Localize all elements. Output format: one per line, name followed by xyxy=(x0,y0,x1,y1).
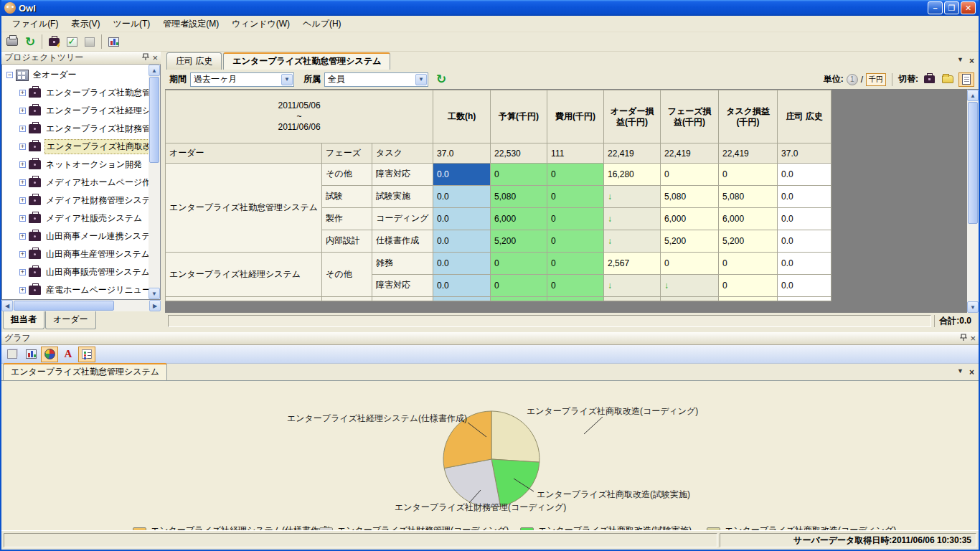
tree-root-all-orders[interactable]: −全オーダー xyxy=(2,66,149,84)
tree-item[interactable]: +メディア社販売システム xyxy=(2,209,149,227)
restore-button[interactable]: ❐ xyxy=(944,1,959,14)
tree-horizontal-scrollbar[interactable]: ◀ ▶ xyxy=(1,300,161,311)
expand-box-icon[interactable]: + xyxy=(19,197,26,204)
period-select[interactable]: 過去一ヶ月 ▼ xyxy=(190,72,294,87)
tab-close-icon[interactable]: × xyxy=(969,56,974,66)
grid-data-row[interactable]: エンタープライズ社勤怠管理システムその他障害対応0.00016,280000.0 xyxy=(166,164,831,186)
hours-cell[interactable]: 0.0 xyxy=(433,186,491,208)
expand-box-icon[interactable]: + xyxy=(19,90,26,96)
belong-select[interactable]: 全員 ▼ xyxy=(324,72,428,87)
reload-icon[interactable]: ↻ xyxy=(436,72,446,87)
expand-box-icon[interactable]: + xyxy=(19,233,26,240)
budget-cell[interactable]: 5,200 xyxy=(491,230,547,253)
close-panel-icon[interactable]: × xyxy=(970,335,976,342)
person-cell[interactable]: 0.0 xyxy=(778,275,831,297)
column-header[interactable]: 工数(h) xyxy=(433,90,491,143)
order-pl-cell[interactable]: ↓ xyxy=(604,186,661,208)
tab-list-dropdown-icon[interactable]: ▼ xyxy=(957,56,963,66)
tree-item[interactable]: +産電ホームページリニューアル xyxy=(2,281,149,299)
expand-box-icon[interactable]: + xyxy=(19,179,26,186)
cost-cell[interactable]: 0 xyxy=(547,186,604,208)
task-cell[interactable]: 試験実施 xyxy=(372,186,433,208)
phase-pl-cell[interactable]: ↓ xyxy=(661,275,719,297)
tree-item[interactable]: +メディア社ホームページ作成 xyxy=(2,174,149,192)
hours-cell[interactable]: 0.0 xyxy=(433,275,491,297)
bar-chart-button[interactable] xyxy=(22,347,39,362)
column-header[interactable]: 庄司 広史 xyxy=(778,90,831,143)
tree-item[interactable]: +メディア社財務管理システム xyxy=(2,192,149,209)
task-cell[interactable]: 雑務 xyxy=(372,253,433,275)
expand-box-icon[interactable]: + xyxy=(19,161,26,168)
tree-item[interactable]: +山田商事メール連携システム xyxy=(2,227,149,245)
expand-box-icon[interactable]: + xyxy=(19,287,26,293)
label-button[interactable]: A xyxy=(60,347,77,362)
pin-icon[interactable] xyxy=(960,334,967,343)
order-pl-cell[interactable]: 16,280 xyxy=(604,164,661,186)
budget-cell[interactable]: 0 xyxy=(491,164,547,186)
scroll-thumb[interactable] xyxy=(149,77,159,163)
refresh-button[interactable]: ↻ xyxy=(22,34,39,50)
expand-box-icon[interactable]: + xyxy=(19,251,26,258)
graph-tab[interactable]: エンタープライズ社勤怠管理システム xyxy=(3,363,167,380)
tab-list-dropdown-icon[interactable]: ▼ xyxy=(957,367,963,377)
switch-folder-button[interactable] xyxy=(940,72,956,87)
grid-vertical-scrollbar[interactable]: ▲ ▼ xyxy=(967,90,979,313)
expand-box-icon[interactable]: + xyxy=(19,126,26,132)
task-pl-cell[interactable]: 6,000 xyxy=(719,208,778,230)
person-cell[interactable]: 0.0 xyxy=(778,253,831,275)
phase-cell[interactable]: その他 xyxy=(322,164,372,186)
pie-chart-button[interactable] xyxy=(41,347,58,362)
expand-box-icon[interactable]: + xyxy=(19,108,26,114)
pl-data-grid[interactable]: 2011/05/06~2011/06/06工数(h)予算(千円)費用(千円)オー… xyxy=(165,90,831,301)
order-pl-cell[interactable]: ↓ xyxy=(604,208,661,230)
budget-cell[interactable]: 5,080 xyxy=(491,186,547,208)
tree-item[interactable]: +山田商事販売管理システム xyxy=(2,263,149,281)
budget-cell[interactable]: 0 xyxy=(491,253,547,275)
switch-document-button[interactable] xyxy=(958,72,974,87)
tree-item[interactable]: +山田商事生産管理システム xyxy=(2,245,149,263)
scroll-down-button[interactable]: ▼ xyxy=(967,301,979,313)
order-pl-cell[interactable]: 2,567 xyxy=(604,253,661,275)
hours-cell[interactable]: 0.0 xyxy=(433,208,491,230)
column-header[interactable]: オーダー損益(千円) xyxy=(604,90,661,143)
edit-order-button[interactable] xyxy=(45,34,62,50)
unit-senyen-button[interactable]: 千円 xyxy=(866,73,886,86)
order-pl-cell[interactable]: ↓ xyxy=(604,275,661,297)
print-button[interactable] xyxy=(4,34,21,50)
phase-pl-cell[interactable]: 0 xyxy=(661,253,719,275)
phase-cell[interactable]: 内部設計 xyxy=(322,230,372,253)
expand-box-icon[interactable]: + xyxy=(19,215,26,222)
cost-cell[interactable]: 0 xyxy=(547,253,604,275)
switch-order-button[interactable] xyxy=(921,72,937,87)
phase-pl-cell[interactable]: 6,000 xyxy=(661,208,719,230)
scroll-up-button[interactable]: ▲ xyxy=(149,65,160,76)
phase-cell[interactable]: その他 xyxy=(322,253,372,297)
person-cell[interactable]: 0.0 xyxy=(778,186,831,208)
pie-slice[interactable] xyxy=(491,411,540,462)
menu-item-ヘルプ(H)[interactable]: ヘルプ(H) xyxy=(296,16,348,32)
edit-disabled-button[interactable] xyxy=(81,34,98,50)
tree-vertical-scrollbar[interactable]: ▲ ▼ xyxy=(149,65,160,299)
key-header-cell[interactable]: オーダー xyxy=(166,143,322,164)
phase-pl-cell[interactable]: 0 xyxy=(661,164,719,186)
person-cell[interactable]: 0.0 xyxy=(778,230,831,253)
cost-cell[interactable]: 0 xyxy=(547,164,604,186)
expand-box-icon[interactable]: + xyxy=(19,269,26,276)
task-pl-cell[interactable]: 0 xyxy=(719,164,778,186)
copy-table-button[interactable] xyxy=(4,347,21,362)
phase-cell[interactable]: 試験 xyxy=(322,186,372,208)
task-pl-cell[interactable]: 0 xyxy=(719,275,778,297)
task-pl-cell[interactable]: 0 xyxy=(719,253,778,275)
tree-item[interactable]: +ネットオークション開発 xyxy=(2,156,149,174)
task-pl-cell[interactable]: 5,200 xyxy=(719,230,778,253)
menu-item-表示(V)[interactable]: 表示(V) xyxy=(65,16,106,32)
hours-cell[interactable]: 0.0 xyxy=(433,230,491,253)
key-header-cell[interactable]: フェーズ xyxy=(322,143,372,164)
menu-item-ツール(T)[interactable]: ツール(T) xyxy=(106,16,156,32)
task-cell[interactable]: コーディング xyxy=(372,208,433,230)
phase-pl-cell[interactable]: 5,080 xyxy=(661,186,719,208)
collapse-box-icon[interactable]: − xyxy=(6,72,13,78)
task-cell[interactable]: 仕様書作成 xyxy=(372,230,433,253)
chevron-down-icon[interactable]: ▼ xyxy=(281,74,293,85)
person-cell[interactable]: 0.0 xyxy=(778,208,831,230)
